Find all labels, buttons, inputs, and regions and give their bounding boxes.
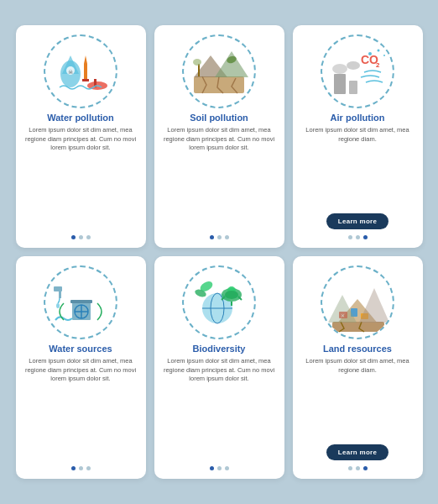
dot-water-pollution-2[interactable] [86, 235, 91, 239]
illustration-water-pollution: ☠ [39, 34, 123, 109]
svg-point-18 [347, 61, 360, 70]
dot-soil-pollution-2[interactable] [225, 235, 229, 239]
text-soil-pollution: Lorem ipsum dolor sit dim amet, mea regi… [163, 126, 276, 231]
dot-land-resources-1[interactable] [356, 466, 360, 470]
svg-point-31 [56, 303, 60, 308]
illustration-air-pollution: CO 2 [315, 34, 399, 109]
illustration-biodiversity [177, 265, 261, 340]
title-land-resources: Land resources [323, 344, 392, 354]
svg-rect-41 [332, 322, 384, 332]
circle-water-sources [44, 265, 117, 339]
circle-biodiversity [182, 265, 256, 339]
dot-water-pollution-1[interactable] [79, 235, 83, 239]
dot-water-pollution-0[interactable] [71, 235, 76, 239]
svg-text:2: 2 [376, 61, 380, 69]
text-biodiversity: Lorem ipsum dolor sit dim amet, mea regi… [163, 357, 276, 462]
svg-point-23 [383, 55, 385, 56]
svg-point-17 [332, 64, 347, 74]
dot-air-pollution-1[interactable] [356, 235, 360, 239]
svg-point-13 [193, 59, 201, 66]
svg-rect-30 [59, 291, 61, 298]
learn-more-button-land-resources[interactable]: Learn more [326, 444, 389, 460]
dot-air-pollution-0[interactable] [348, 235, 352, 239]
card-biodiversity: BiodiversityLorem ipsum dolor sit dim am… [154, 256, 284, 479]
svg-point-37 [225, 291, 238, 299]
svg-rect-15 [334, 74, 346, 94]
circle-water-pollution: ☠ [44, 34, 117, 108]
dots-water-pollution [71, 235, 91, 239]
title-soil-pollution: Soil pollution [190, 113, 248, 123]
title-air-pollution: Air pollution [331, 113, 385, 123]
illustration-soil-pollution [177, 34, 261, 109]
dots-water-sources [71, 466, 91, 470]
title-water-sources: Water sources [49, 344, 112, 354]
dot-land-resources-2[interactable] [363, 466, 368, 470]
dot-land-resources-0[interactable] [348, 466, 352, 470]
card-water-pollution: ☠ Water pollutionLorem ipsum dolor sit d… [16, 25, 146, 248]
circle-soil-pollution [182, 34, 256, 108]
dots-land-resources [348, 466, 368, 470]
text-air-pollution: Lorem ipsum dolor sit dim amet, mea regi… [301, 126, 415, 210]
circle-land-resources: ✕ [321, 265, 394, 339]
title-water-pollution: Water pollution [47, 113, 114, 123]
svg-marker-11 [215, 51, 248, 77]
card-soil-pollution: Soil pollutionLorem ipsum dolor sit dim … [154, 25, 284, 248]
text-land-resources: Lorem ipsum dolor sit dim amet, mea regi… [301, 357, 415, 441]
dot-biodiversity-0[interactable] [210, 466, 214, 470]
dot-biodiversity-1[interactable] [217, 466, 222, 470]
dot-water-sources-0[interactable] [71, 466, 76, 470]
title-biodiversity: Biodiversity [193, 344, 246, 354]
svg-rect-25 [70, 300, 92, 303]
svg-text:☠: ☠ [68, 69, 73, 75]
svg-rect-6 [82, 79, 89, 81]
svg-rect-4 [84, 64, 87, 81]
dot-soil-pollution-0[interactable] [210, 235, 214, 239]
dot-biodiversity-2[interactable] [225, 466, 229, 470]
card-water-sources: Water sourcesLorem ipsum dolor sit dim a… [16, 256, 146, 479]
learn-more-button-air-pollution[interactable]: Learn more [326, 213, 389, 229]
text-water-pollution: Lorem ipsum dolor sit dim amet, mea regi… [24, 126, 138, 231]
svg-rect-16 [349, 81, 357, 94]
svg-rect-12 [198, 64, 200, 76]
svg-marker-5 [84, 55, 87, 64]
svg-marker-47 [359, 288, 389, 323]
dot-soil-pollution-1[interactable] [217, 235, 222, 239]
dots-biodiversity [210, 466, 229, 470]
text-water-sources: Lorem ipsum dolor sit dim amet, mea regi… [24, 357, 138, 462]
illustration-land-resources: ✕ [315, 265, 399, 340]
svg-point-21 [368, 52, 372, 55]
illustration-water-sources [39, 265, 123, 340]
svg-point-22 [378, 50, 380, 52]
circle-air-pollution: CO 2 [321, 34, 394, 108]
dot-air-pollution-2[interactable] [363, 235, 368, 239]
svg-rect-29 [54, 286, 62, 291]
dot-water-sources-1[interactable] [79, 466, 83, 470]
dot-water-sources-2[interactable] [86, 466, 91, 470]
card-land-resources: ✕ Land resourcesLorem ipsum dolor sit di… [293, 256, 423, 479]
dots-air-pollution [348, 235, 368, 239]
card-grid: ☠ Water pollutionLorem ipsum dolor sit d… [6, 15, 433, 489]
dots-soil-pollution [210, 235, 229, 239]
card-air-pollution: CO 2 Air pollutionLorem ipsum dolor sit … [293, 25, 423, 248]
